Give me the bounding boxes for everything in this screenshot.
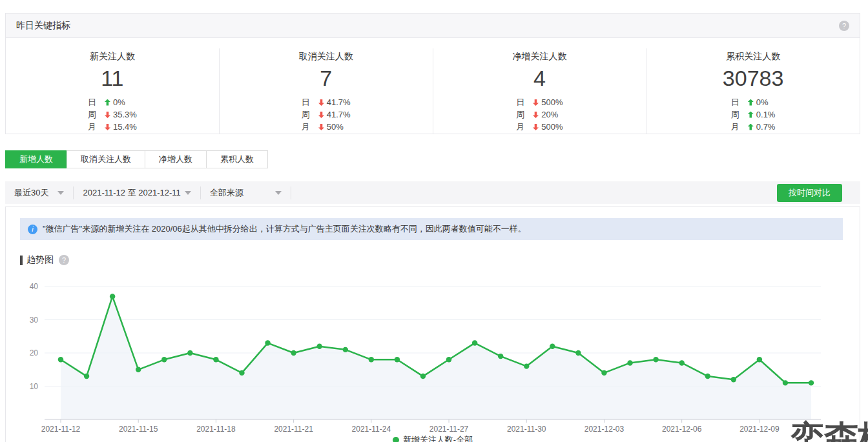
- stat-value: 500%: [541, 122, 563, 132]
- legend-label: 新增关注人数-全部: [403, 434, 473, 442]
- stat-value: 50%: [327, 122, 344, 132]
- source-dropdown[interactable]: 全部来源: [200, 186, 291, 199]
- stat-period: 月: [302, 121, 318, 133]
- stat-period: 周: [516, 109, 533, 121]
- kpi-stat-row: 周 35.3%: [88, 108, 137, 121]
- compare-by-time-button[interactable]: 按时间对比: [777, 184, 842, 202]
- stat-period: 日: [302, 97, 318, 108]
- line-chart-canvas[interactable]: 102030402021-11-122021-11-152021-11-1820…: [6, 274, 860, 441]
- svg-text:2021-11-24: 2021-11-24: [352, 425, 391, 434]
- trend-chart: 102030402021-11-122021-11-152021-11-1820…: [6, 274, 860, 441]
- filter-spacer: [291, 186, 777, 199]
- date-span-dropdown[interactable]: 2021-11-12 至 2021-12-11: [73, 186, 200, 199]
- stat-value: 41.7%: [327, 110, 351, 119]
- date-range-dropdown[interactable]: 最近30天: [5, 186, 73, 199]
- down-arrow-icon: [105, 112, 110, 118]
- down-arrow-icon: [318, 99, 324, 106]
- legend-dot-icon: [393, 437, 399, 442]
- metric-stats: 日 0% 周 0.1% 月 0.7%: [731, 96, 776, 133]
- metric-label: 新关注人数: [90, 51, 135, 63]
- chevron-down-icon: [57, 191, 64, 195]
- stat-value: 35.3%: [113, 110, 137, 119]
- yesterday-key-metrics-card: 昨日关键指标 ? 新关注人数 11 日 0% 周 35.3% 月 15.4% 取…: [5, 13, 860, 134]
- down-arrow-icon: [318, 124, 324, 130]
- kpi-metric-2: 净增关注人数 4 日 500% 周 20% 月 500%: [433, 48, 646, 134]
- kpi-stat-row: 日 0%: [88, 96, 137, 108]
- question-mark-icon[interactable]: ?: [839, 21, 849, 31]
- svg-text:2021-11-30: 2021-11-30: [507, 425, 546, 434]
- down-arrow-icon: [533, 99, 539, 106]
- metric-tabs: 新增人数取消关注人数净增人数累积人数: [5, 150, 268, 168]
- tab-2[interactable]: 净增人数: [145, 150, 207, 168]
- svg-text:2021-11-15: 2021-11-15: [119, 425, 158, 434]
- down-arrow-icon: [105, 124, 110, 130]
- kpi-stat-row: 日 500%: [516, 96, 563, 108]
- trend-section-title: 趋势图 ?: [20, 254, 860, 266]
- stat-value: 41.7%: [327, 97, 351, 107]
- chart-legend[interactable]: 新增关注人数-全部: [6, 434, 860, 442]
- tab-3[interactable]: 累积人数: [206, 150, 268, 168]
- question-mark-icon[interactable]: ?: [59, 255, 69, 265]
- svg-text:2021-12-03: 2021-12-03: [584, 425, 625, 434]
- date-span-label: 2021-11-12 至 2021-12-11: [83, 187, 180, 199]
- kpi-metric-1: 取消关注人数 7 日 41.7% 周 41.7% 月 50%: [219, 48, 433, 134]
- svg-text:20: 20: [30, 348, 39, 357]
- metric-value: 7: [320, 64, 332, 92]
- kpi-stat-row: 周 41.7%: [302, 108, 351, 121]
- info-banner: i "微信广告"来源的新增关注在 2020/06起从其他中拆分给出，计算方式与广…: [20, 218, 843, 240]
- metric-value: 30783: [723, 64, 784, 92]
- kpi-card-header: 昨日关键指标 ?: [6, 14, 860, 38]
- metric-value: 4: [533, 64, 546, 92]
- kpi-stat-row: 月 0.7%: [731, 121, 776, 133]
- svg-text:2021-11-12: 2021-11-12: [41, 425, 81, 434]
- kpi-card-title: 昨日关键指标: [16, 20, 70, 32]
- date-range-label: 最近30天: [14, 187, 48, 199]
- kpi-stat-row: 月 50%: [302, 121, 351, 133]
- up-arrow-icon: [748, 124, 754, 130]
- metric-stats: 日 41.7% 周 41.7% 月 50%: [302, 96, 351, 133]
- kpi-stat-row: 日 0%: [731, 96, 776, 108]
- stat-period: 月: [88, 121, 105, 133]
- up-arrow-icon: [748, 99, 754, 106]
- stat-value: 0%: [756, 97, 769, 107]
- metric-label: 取消关注人数: [299, 51, 353, 63]
- svg-text:2021-11-21: 2021-11-21: [274, 425, 313, 434]
- stat-period: 日: [88, 97, 105, 108]
- kpi-stat-row: 周 20%: [516, 108, 563, 121]
- svg-text:2021-12-06: 2021-12-06: [662, 425, 702, 434]
- kpi-metric-3: 累积关注人数 30783 日 0% 周 0.1% 月 0.7%: [646, 48, 860, 134]
- tab-0[interactable]: 新增人数: [5, 150, 67, 168]
- svg-text:10: 10: [30, 382, 39, 391]
- kpi-metrics-row: 新关注人数 11 日 0% 周 35.3% 月 15.4% 取消关注人数 7 日…: [6, 38, 860, 134]
- metric-label: 累积关注人数: [726, 51, 780, 63]
- kpi-metric-0: 新关注人数 11 日 0% 周 35.3% 月 15.4%: [6, 48, 219, 134]
- kpi-stat-row: 月 500%: [516, 121, 563, 133]
- svg-text:30: 30: [30, 316, 39, 325]
- tab-1[interactable]: 取消关注人数: [67, 150, 145, 168]
- down-arrow-icon: [533, 124, 539, 130]
- down-arrow-icon: [533, 112, 539, 118]
- stat-value: 20%: [541, 110, 558, 119]
- metric-value: 11: [101, 64, 123, 92]
- stat-value: 0.1%: [756, 110, 776, 119]
- filter-bar: 最近30天 2021-11-12 至 2021-12-11 全部来源 按时间对比: [5, 181, 860, 204]
- kpi-stat-row: 日 41.7%: [302, 96, 351, 108]
- svg-text:2021-11-27: 2021-11-27: [429, 425, 469, 434]
- kpi-stat-row: 月 15.4%: [88, 121, 137, 133]
- stat-period: 周: [88, 109, 105, 121]
- svg-text:2021-11-18: 2021-11-18: [196, 425, 236, 434]
- metric-label: 净增关注人数: [512, 51, 566, 63]
- svg-text:40: 40: [30, 282, 39, 291]
- up-arrow-icon: [748, 112, 754, 118]
- source-label: 全部来源: [210, 187, 243, 199]
- watermark-text: 奕森格: [790, 416, 868, 442]
- stat-period: 日: [731, 97, 748, 108]
- stat-period: 周: [731, 109, 748, 121]
- metric-stats: 日 0% 周 35.3% 月 15.4%: [88, 96, 137, 133]
- title-accent-bar: [20, 256, 23, 265]
- trend-card: i "微信广告"来源的新增关注在 2020/06起从其他中拆分给出，计算方式与广…: [5, 206, 860, 442]
- trend-title-text: 趋势图: [26, 254, 54, 266]
- metric-stats: 日 500% 周 20% 月 500%: [516, 96, 563, 133]
- chevron-down-icon: [275, 191, 282, 195]
- stat-period: 月: [731, 121, 748, 133]
